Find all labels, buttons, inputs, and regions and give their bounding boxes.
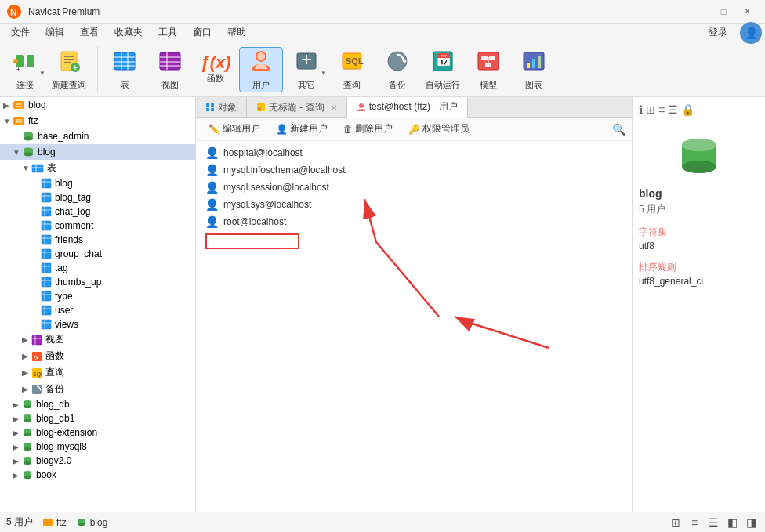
menu-file[interactable]: 文件	[3, 24, 38, 41]
autorun-button[interactable]: 📅 自动运行	[421, 47, 465, 92]
sidebar-item-base_admin[interactable]: base_admin	[0, 128, 195, 144]
user-item-infoschema[interactable]: 👤 mysql.infoschema@localhost	[199, 161, 629, 179]
sidebar-item-blog_db1[interactable]: ▶ blog_db1	[0, 411, 195, 425]
sidebar-item-views-group[interactable]: ▶ 视图	[0, 331, 195, 348]
chart-button[interactable]: 图表	[512, 47, 556, 92]
sidebar-item-backup-group[interactable]: ▶ 备份	[0, 381, 195, 397]
statusbar-user-count: 5 用户	[6, 516, 33, 529]
lock-icon[interactable]: 🔒	[681, 103, 694, 116]
expand-icon-ftz: ▼	[3, 117, 13, 125]
list-view-icon[interactable]: ≡	[687, 515, 702, 530]
sidebar-item-tbl-blog_tag[interactable]: blog_tag	[0, 190, 195, 204]
table-icon-tag	[41, 262, 52, 273]
svg-point-130	[682, 139, 716, 151]
sidebar-label-tbl-chat_log: chat_log	[55, 206, 90, 217]
menu-help[interactable]: 帮助	[219, 24, 254, 41]
user-item-hospital[interactable]: 👤 hospital@localhost	[199, 144, 629, 161]
sidebar-item-tbl-user[interactable]: user	[0, 303, 195, 317]
svg-text:+: +	[73, 63, 78, 72]
list-icon[interactable]: ≡	[658, 103, 665, 116]
sidebar-item-blog_db[interactable]: ▶ blog_db	[0, 397, 195, 411]
sidebar-item-blog-extension[interactable]: ▶ blog-extension	[0, 425, 195, 440]
sidebar-item-tbl-comment[interactable]: comment	[0, 219, 195, 233]
sidebar-item-tbl-views[interactable]: views	[0, 317, 195, 331]
tab-user[interactable]: test@host (ftz) - 用户	[347, 97, 468, 118]
sidebar-item-query-group[interactable]: ▶ SQL 查询	[0, 364, 195, 381]
menu-edit[interactable]: 编辑	[38, 24, 72, 41]
sidebar-label-tbl-user: user	[55, 305, 73, 316]
detail-view-icon[interactable]: ☰	[705, 515, 721, 530]
sidebar-item-tbl-chat_log[interactable]: chat_log	[0, 204, 195, 219]
right-panel-db-name: blog	[639, 187, 759, 200]
close-button[interactable]: ✕	[735, 4, 759, 20]
view-icon	[158, 49, 183, 78]
minimize-button[interactable]: —	[688, 4, 712, 20]
user-item-session[interactable]: 👤 mysql.session@localhost	[199, 179, 629, 196]
search-icon[interactable]: 🔍	[612, 123, 625, 136]
function-button[interactable]: ƒ(x) 函数	[194, 47, 237, 92]
menu-view[interactable]: 查看	[72, 24, 107, 41]
table-label: 表	[121, 79, 129, 91]
svg-rect-132	[43, 519, 53, 526]
sidebar-label-tbl-blog: blog	[55, 178, 73, 189]
edit-user-button[interactable]: ✏️ 编辑用户	[202, 121, 266, 137]
sidebar-item-ftz[interactable]: ▼ ftz	[0, 113, 195, 128]
svg-point-116	[24, 461, 31, 465]
menu-window[interactable]: 窗口	[185, 24, 219, 41]
sidebar-item-tbl-type[interactable]: type	[0, 289, 195, 303]
table-icon-thumbs_up	[41, 277, 52, 288]
connect-button[interactable]: + 连接 ▼	[3, 47, 47, 92]
sidebar-label-tables: 表	[47, 161, 56, 175]
backup-button[interactable]: 备份	[375, 47, 419, 92]
new-query-button[interactable]: + 新建查询	[47, 47, 91, 92]
sidebar-item-book[interactable]: ▶ book	[0, 468, 195, 482]
user-button[interactable]: 用户	[239, 47, 283, 92]
other-button[interactable]: 其它 ▼	[285, 47, 328, 92]
panel-left-icon[interactable]: ◧	[724, 515, 740, 530]
delete-user-button[interactable]: 🗑 删除用户	[337, 121, 399, 137]
sub-toolbar: ✏️ 编辑用户 👤 新建用户 🗑 删除用户 🔑 权限管理员 🔍	[196, 118, 632, 141]
tab-untitled-query[interactable]: S 无标题 - 查询 ✕	[247, 97, 347, 118]
svg-rect-3	[27, 55, 34, 67]
view-group-icon	[31, 335, 42, 346]
sidebar-item-blog-db[interactable]: ▼ blog	[0, 144, 195, 160]
detail-icon[interactable]: ☰	[668, 103, 678, 116]
menu-favorites[interactable]: 收藏夹	[107, 24, 150, 41]
new-user-icon: 👤	[276, 124, 288, 135]
charset-value: utf8	[639, 241, 759, 252]
view-button[interactable]: 视图	[148, 47, 192, 92]
sidebar-label-blog: blog	[38, 147, 56, 157]
grid-icon[interactable]: ⊞	[646, 103, 655, 116]
sidebar-item-blog-mysql8[interactable]: ▶ blog-mysql8	[0, 440, 195, 454]
user-item-sys[interactable]: 👤 mysql.sys@localhost	[199, 196, 629, 213]
user-item-root[interactable]: 👤 root@localhost	[199, 213, 629, 230]
sidebar-item-blogv2[interactable]: ▶ blogv2.0	[0, 454, 195, 468]
tab-query-close[interactable]: ✕	[331, 103, 337, 112]
svg-rect-123	[211, 108, 214, 111]
sidebar-item-tbl-blog[interactable]: blog	[0, 176, 195, 190]
login-button[interactable]: 登录	[702, 24, 734, 41]
query-button[interactable]: SQL 查询	[330, 47, 374, 92]
sidebar-item-tbl-group_chat[interactable]: group_chat	[0, 247, 195, 261]
sidebar-item-func-group[interactable]: ▶ fx 函数	[0, 348, 195, 364]
sidebar-item-tbl-friends[interactable]: friends	[0, 233, 195, 247]
new-user-button[interactable]: 👤 新建用户	[270, 121, 334, 137]
sidebar-item-tbl-tag[interactable]: tag	[0, 261, 195, 275]
model-button[interactable]: 模型	[466, 47, 510, 92]
info-icon[interactable]: ℹ	[639, 103, 643, 116]
grid-view-icon[interactable]: ⊞	[668, 515, 683, 530]
panel-right-icon[interactable]: ◨	[743, 515, 759, 530]
svg-point-4	[13, 59, 18, 63]
sidebar-item-blog-root[interactable]: ▶ blog	[0, 97, 195, 113]
tab-object[interactable]: 对象	[196, 97, 247, 118]
sidebar-item-tables-group[interactable]: ▼ 表	[0, 160, 195, 176]
sidebar-item-tbl-thumbs_up[interactable]: thumbs_up	[0, 275, 195, 289]
new-user-input[interactable]	[205, 233, 299, 249]
menu-tools[interactable]: 工具	[150, 24, 185, 41]
user-avatar[interactable]: 👤	[740, 22, 762, 44]
db-icon-blog_db	[22, 399, 33, 410]
edit-user-label: 编辑用户	[223, 122, 260, 136]
privileges-button[interactable]: 🔑 权限管理员	[402, 121, 476, 137]
table-button[interactable]: 表	[103, 47, 147, 92]
maximize-button[interactable]: □	[712, 4, 735, 20]
